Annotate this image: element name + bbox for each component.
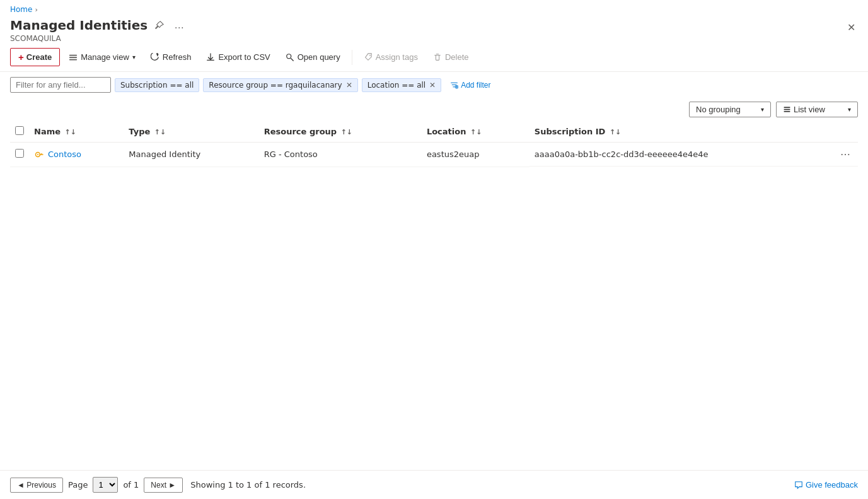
- page-subtitle: SCOMAQUILA: [10, 34, 187, 43]
- name-sort-icon: ↑↓: [65, 128, 76, 136]
- type-cell: Managed Identity: [124, 143, 258, 167]
- resource-group-header[interactable]: Resource group ↑↓: [259, 121, 422, 143]
- close-button[interactable]: ✕: [845, 20, 858, 35]
- svg-rect-2: [69, 59, 77, 60]
- list-view-icon: [783, 105, 791, 114]
- subscription-id-text: aaaa0a0a-bb1b-cc2c-dd3d-eeeeee4e4e4e: [535, 150, 709, 159]
- table-header-row: Name ↑↓ Type ↑↓ Resource group ↑↓ Locati…: [10, 121, 858, 143]
- name-cell: Contoso: [29, 143, 124, 167]
- location-sort-icon: ↑↓: [470, 128, 482, 136]
- open-query-icon: [286, 53, 294, 62]
- breadcrumb-separator: ›: [35, 6, 37, 14]
- feedback-label: Give feedback: [806, 480, 858, 490]
- svg-point-4: [369, 55, 371, 56]
- resource-name-link[interactable]: Contoso: [34, 150, 119, 160]
- subscription-id-header-label: Subscription ID: [535, 127, 606, 136]
- page-title-text: Managed Identities: [10, 18, 148, 33]
- filter-input[interactable]: [10, 77, 111, 93]
- add-filter-button[interactable]: Add filter: [445, 79, 495, 91]
- view-chevron-icon: ▾: [848, 106, 851, 113]
- page-select[interactable]: 1: [93, 477, 118, 493]
- svg-rect-9: [784, 111, 790, 112]
- row-more-options-button[interactable]: ⋯: [838, 147, 853, 161]
- close-icon: ✕: [847, 21, 855, 33]
- of-label: of 1: [123, 480, 139, 490]
- svg-rect-7: [784, 107, 790, 108]
- resource-group-filter-close[interactable]: ✕: [346, 81, 352, 89]
- type-header[interactable]: Type ↑↓: [124, 121, 258, 143]
- export-icon: [206, 53, 215, 62]
- assign-tags-icon: [364, 53, 373, 62]
- manage-view-label: Manage view: [81, 52, 129, 62]
- manage-view-icon: [69, 53, 78, 62]
- footer: ◄ Previous Page 1 of 1 Next ► Showing 1 …: [0, 470, 868, 499]
- resource-group-header-label: Resource group: [264, 127, 337, 136]
- breadcrumb: Home ›: [0, 0, 868, 16]
- subscription-id-sort-icon: ↑↓: [610, 128, 621, 136]
- toolbar: + Create Manage view ▾ Refresh Export to…: [0, 48, 868, 72]
- showing-text: Showing 1 to 1 of 1 records.: [190, 480, 306, 490]
- svg-rect-5: [436, 55, 439, 60]
- name-header[interactable]: Name ↑↓: [29, 121, 124, 143]
- table-row: Contoso Managed Identity RG - Contoso ea…: [10, 143, 858, 167]
- next-page-button[interactable]: Next ►: [144, 478, 183, 493]
- delete-label: Delete: [445, 52, 469, 62]
- previous-page-button[interactable]: ◄ Previous: [10, 478, 63, 493]
- assign-tags-button[interactable]: Assign tags: [357, 49, 424, 65]
- location-filter-label: Location == all: [367, 81, 426, 90]
- page-header: Managed Identities … SCOMAQUILA ✕: [0, 16, 868, 48]
- type-sort-icon: ↑↓: [154, 128, 166, 136]
- refresh-label: Refresh: [163, 52, 192, 62]
- location-header-label: Location: [427, 127, 466, 136]
- create-label: Create: [26, 52, 52, 62]
- row-select-cell[interactable]: [10, 143, 29, 167]
- manage-view-button[interactable]: Manage view ▾: [62, 49, 142, 65]
- delete-icon: [433, 53, 442, 62]
- delete-button[interactable]: Delete: [427, 49, 475, 65]
- managed-identity-icon: [34, 150, 44, 160]
- subscription-id-cell: aaaa0a0a-bb1b-cc2c-dd3d-eeeeee4e4e4e ⋯: [529, 143, 858, 167]
- select-all-checkbox[interactable]: [15, 126, 24, 135]
- location-filter-tag: Location == all ✕: [362, 78, 442, 92]
- view-dropdown[interactable]: List view ▾: [776, 102, 858, 117]
- grouping-dropdown[interactable]: No grouping ▾: [689, 102, 771, 117]
- refresh-button[interactable]: Refresh: [144, 49, 198, 65]
- home-link[interactable]: Home: [10, 5, 32, 14]
- subscription-id-header[interactable]: Subscription ID ↑↓: [529, 121, 858, 143]
- svg-rect-0: [69, 54, 77, 56]
- location-header[interactable]: Location ↑↓: [422, 121, 529, 143]
- svg-point-11: [37, 154, 38, 155]
- resource-group-filter-label: Resource group == rgaquilacanary: [209, 81, 342, 90]
- resource-group-cell: RG - Contoso: [259, 143, 422, 167]
- svg-point-3: [287, 54, 291, 58]
- pin-button[interactable]: [153, 20, 166, 31]
- table-container: Name ↑↓ Type ↑↓ Resource group ↑↓ Locati…: [0, 121, 868, 167]
- assign-tags-label: Assign tags: [376, 52, 418, 62]
- grouping-chevron-icon: ▾: [761, 106, 764, 113]
- view-label: List view: [794, 105, 825, 114]
- resource-name-text: Contoso: [48, 150, 81, 159]
- type-header-label: Type: [129, 127, 150, 136]
- location-filter-close[interactable]: ✕: [429, 81, 436, 89]
- subscription-filter-tag: Subscription == all: [115, 78, 199, 92]
- select-all-header[interactable]: [10, 121, 29, 143]
- pin-icon: [155, 21, 164, 30]
- open-query-button[interactable]: Open query: [279, 49, 347, 65]
- ellipsis-icon: …: [174, 20, 184, 31]
- svg-rect-1: [69, 57, 77, 58]
- more-options-button[interactable]: …: [171, 18, 187, 32]
- add-filter-label: Add filter: [461, 81, 490, 90]
- row-checkbox[interactable]: [15, 149, 24, 158]
- resource-group-sort-icon: ↑↓: [341, 128, 352, 136]
- plus-icon: +: [18, 52, 24, 62]
- feedback-icon: [794, 481, 803, 490]
- refresh-icon: [151, 53, 159, 62]
- filter-bar: Subscription == all Resource group == rg…: [0, 72, 868, 98]
- resource-group-filter-tag: Resource group == rgaquilacanary ✕: [203, 78, 357, 92]
- location-cell: eastus2euap: [422, 143, 529, 167]
- table-controls: No grouping ▾ List view ▾: [0, 98, 868, 121]
- create-button[interactable]: + Create: [10, 48, 60, 66]
- export-csv-button[interactable]: Export to CSV: [200, 49, 276, 65]
- give-feedback-button[interactable]: Give feedback: [794, 480, 858, 490]
- page-label: Page: [68, 480, 88, 490]
